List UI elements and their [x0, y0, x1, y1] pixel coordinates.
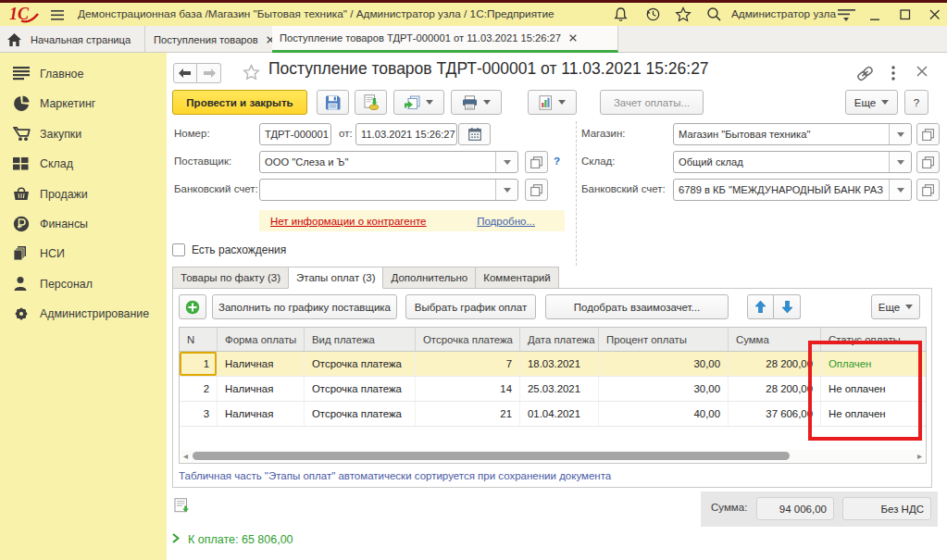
- table-cell[interactable]: Отсрочка платежа: [305, 402, 416, 426]
- sidebar-item-3[interactable]: Склад: [0, 149, 167, 179]
- create-based-on-button[interactable]: [393, 90, 444, 115]
- column-header[interactable]: Процент оплаты: [599, 328, 729, 351]
- sidebar-item-5[interactable]: Финансы: [0, 209, 167, 239]
- subtab-additional[interactable]: Дополнительно: [383, 267, 475, 289]
- date-input[interactable]: 11.03.2021 15:26:27: [355, 123, 457, 145]
- table-cell[interactable]: 1: [180, 352, 218, 376]
- payment-offset-button[interactable]: Зачет оплаты...: [600, 90, 704, 115]
- sidebar-item-0[interactable]: Главное: [0, 59, 167, 89]
- supplier-input[interactable]: ООО "Слеза и Ъ": [259, 151, 518, 173]
- hamburger-menu-icon[interactable]: [51, 10, 69, 27]
- dropdown-icon[interactable]: [889, 180, 911, 200]
- dropdown-icon[interactable]: [495, 152, 517, 172]
- horizontal-scrollbar[interactable]: ◂ ▸: [181, 450, 925, 462]
- back-button[interactable]: [173, 63, 197, 83]
- sidebar-item-1[interactable]: Маркетинг: [0, 89, 167, 118]
- supplier-open-icon[interactable]: [525, 151, 548, 173]
- table-cell[interactable]: Наличная: [218, 402, 305, 426]
- column-header[interactable]: N: [180, 328, 218, 351]
- bank-account-open-icon[interactable]: [525, 179, 548, 201]
- dropdown-icon[interactable]: [495, 180, 517, 200]
- maximize-button[interactable]: [900, 9, 918, 26]
- more-dots-icon[interactable]: [891, 66, 899, 81]
- current-user[interactable]: Администратор узла: [731, 7, 836, 20]
- table-cell[interactable]: 21: [416, 402, 520, 426]
- column-header[interactable]: Вид платежа: [305, 328, 416, 351]
- column-header[interactable]: Форма оплаты: [218, 328, 305, 351]
- more-button[interactable]: Еще: [845, 90, 898, 115]
- add-row-button[interactable]: [179, 294, 206, 319]
- print-button[interactable]: [451, 90, 502, 115]
- table-cell[interactable]: 3: [180, 402, 218, 426]
- table-cell[interactable]: 01.04.2021: [520, 402, 599, 426]
- reports-button[interactable]: [528, 90, 577, 115]
- table-cell[interactable]: Отсрочка платежа: [305, 377, 416, 401]
- table-cell[interactable]: Отсрочка платежа: [305, 352, 416, 376]
- amount-due[interactable]: К оплате: 65 806,00: [172, 533, 293, 546]
- sidebar-item-4[interactable]: Продажи: [0, 180, 167, 209]
- subtab-goods[interactable]: Товары по факту (3): [172, 267, 288, 289]
- close-window-button[interactable]: [929, 9, 947, 26]
- warehouse-open-icon[interactable]: [916, 151, 940, 173]
- table-cell[interactable]: 37 606,00: [729, 402, 821, 426]
- table-cell[interactable]: 28 200,00: [729, 352, 821, 376]
- tab-receipt-doc[interactable]: Поступление товаров ТДРТ-000001 от 11.03…: [272, 26, 618, 53]
- table-cell[interactable]: 18.03.2021: [520, 352, 599, 376]
- service-menu-icon[interactable]: [838, 9, 856, 26]
- supplier-help-icon[interactable]: ?: [554, 156, 560, 167]
- bank-account2-input[interactable]: 6789 в КБ "МЕЖДУНАРОДНЫЙ БАНК РАЗ: [673, 179, 912, 201]
- post-document-button[interactable]: [355, 90, 387, 115]
- forward-button[interactable]: [197, 63, 221, 83]
- details-link[interactable]: Подробно...: [477, 216, 535, 227]
- choose-schedule-button[interactable]: Выбрать график оплат: [405, 294, 536, 319]
- column-header[interactable]: Сумма: [729, 328, 821, 351]
- history-icon[interactable]: [644, 6, 663, 23]
- table-cell[interactable]: 14: [416, 377, 520, 401]
- store-open-icon[interactable]: [916, 123, 940, 145]
- tab-close-icon[interactable]: [569, 31, 577, 44]
- get-link-icon[interactable]: [856, 66, 873, 81]
- favorites-star-icon[interactable]: [675, 6, 693, 23]
- sidebar-item-8[interactable]: Администрирование: [0, 299, 167, 329]
- discrepancy-checkbox[interactable]: [172, 243, 185, 256]
- post-and-close-button[interactable]: Провести и закрыть: [172, 90, 307, 115]
- table-cell[interactable]: 28 200,00: [729, 377, 821, 401]
- bank-account2-open-icon[interactable]: [916, 179, 940, 201]
- no-counterparty-info-link[interactable]: Нет информации о контрагенте: [270, 216, 427, 227]
- expand-chevron-icon[interactable]: [172, 533, 180, 546]
- save-button[interactable]: [317, 90, 349, 115]
- sidebar-item-2[interactable]: Закупки: [0, 119, 167, 149]
- pick-offset-button[interactable]: Подобрать взаимозачет...: [545, 294, 729, 319]
- help-button[interactable]: ?: [904, 90, 928, 115]
- table-cell[interactable]: Наличная: [218, 377, 305, 401]
- column-header[interactable]: Дата платежа: [520, 328, 599, 351]
- warehouse-input[interactable]: Общий склад: [673, 151, 912, 173]
- move-up-button[interactable]: [747, 294, 774, 319]
- close-form-icon[interactable]: [916, 66, 933, 81]
- dropdown-icon[interactable]: [889, 124, 911, 144]
- scroll-left-icon[interactable]: ◂: [183, 451, 188, 461]
- tab-receipts-list[interactable]: Поступления товаров: [146, 26, 273, 53]
- notifications-bell-icon[interactable]: [613, 6, 631, 23]
- store-input[interactable]: Магазин "Бытовая техника": [673, 123, 912, 145]
- subtab-comment[interactable]: Комментарий: [475, 267, 558, 289]
- subtab-payment-stages[interactable]: Этапы оплат (3): [288, 267, 383, 289]
- table-more-button[interactable]: Еще: [871, 294, 920, 319]
- dropdown-icon[interactable]: [889, 152, 911, 172]
- calendar-icon[interactable]: [458, 123, 491, 145]
- table-cell[interactable]: 2: [180, 377, 218, 401]
- search-icon[interactable]: [706, 6, 725, 23]
- scrollbar-thumb[interactable]: [193, 452, 790, 460]
- move-down-button[interactable]: [774, 294, 801, 319]
- table-cell[interactable]: 30,00: [599, 377, 729, 401]
- number-input[interactable]: ТДРТ-000001: [259, 123, 331, 145]
- table-cell[interactable]: 25.03.2021: [520, 377, 599, 401]
- scroll-right-icon[interactable]: ▸: [917, 451, 922, 461]
- column-header[interactable]: Отсрочка платежа: [416, 328, 520, 351]
- sidebar-item-6[interactable]: НСИ: [0, 239, 167, 268]
- table-cell[interactable]: 7: [416, 352, 520, 376]
- fill-by-schedule-button[interactable]: Заполнить по графику поставщика: [212, 294, 397, 319]
- table-cell[interactable]: Наличная: [218, 352, 305, 376]
- bank-account-input[interactable]: [259, 179, 518, 201]
- tab-home[interactable]: Начальная страница: [0, 26, 145, 53]
